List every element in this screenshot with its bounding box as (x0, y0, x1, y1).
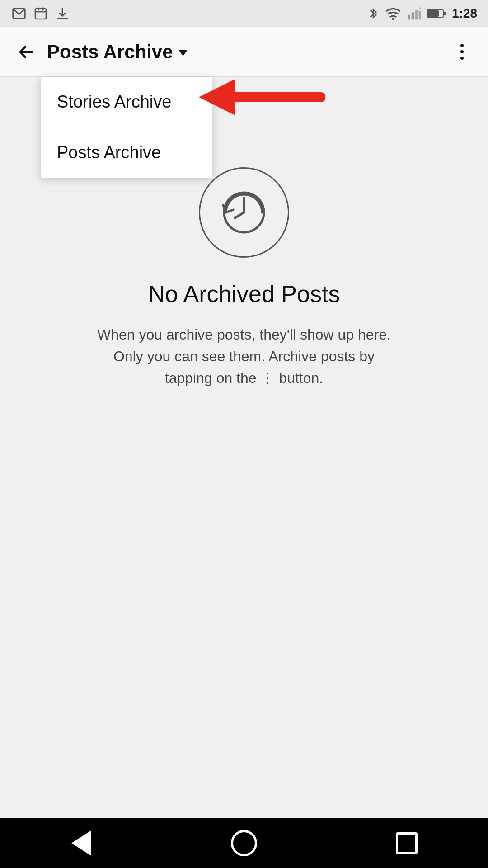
history-icon (217, 185, 271, 240)
archive-type-dropdown[interactable]: Posts Archive (47, 41, 448, 63)
empty-state-title: No Archived Posts (148, 280, 340, 307)
bottom-nav (0, 818, 488, 868)
status-bar: 1:28 (0, 0, 488, 27)
status-right-icons: 1:28 (367, 6, 477, 21)
dropdown-arrow-icon (178, 50, 188, 56)
gmail-icon (11, 5, 27, 22)
calendar-icon (33, 5, 49, 22)
dot-1 (460, 44, 464, 47)
svg-line-19 (235, 212, 244, 218)
recents-nav-icon (396, 832, 418, 854)
more-options-button[interactable] (448, 38, 475, 66)
archive-icon-container (199, 167, 289, 258)
svg-rect-8 (412, 12, 414, 19)
svg-marker-16 (199, 79, 235, 115)
home-nav-button[interactable] (226, 825, 262, 861)
status-time: 1:28 (452, 6, 477, 21)
svg-rect-9 (415, 10, 418, 19)
dot-3 (460, 57, 464, 60)
back-button[interactable] (13, 38, 40, 66)
dropdown-menu: Stories Archive Posts Archive (41, 77, 212, 178)
app-bar: Posts Archive (0, 27, 488, 77)
download-icon (54, 5, 70, 22)
svg-point-6 (392, 18, 394, 20)
dropdown-item-stories[interactable]: Stories Archive (41, 77, 212, 127)
empty-state-description: When you archive posts, they'll show up … (90, 324, 398, 389)
home-nav-icon (231, 830, 257, 856)
svg-rect-7 (408, 15, 410, 20)
status-left-icons (11, 5, 70, 22)
svg-rect-1 (35, 9, 46, 19)
red-arrow-annotation (190, 75, 325, 129)
recents-nav-button[interactable] (389, 825, 425, 861)
app-bar-title: Posts Archive (47, 41, 173, 63)
svg-rect-13 (427, 10, 439, 17)
dropdown-item-posts[interactable]: Posts Archive (41, 127, 212, 178)
svg-rect-14 (444, 12, 446, 15)
dot-2 (460, 50, 464, 53)
back-nav-button[interactable] (63, 825, 99, 861)
back-nav-icon (71, 830, 91, 856)
